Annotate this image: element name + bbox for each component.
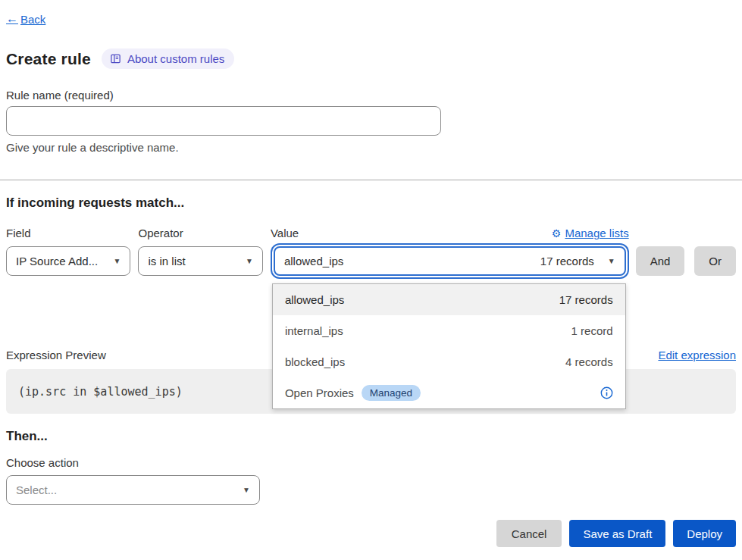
dropdown-item-blocked-ips[interactable]: blocked_ips 4 records — [273, 346, 625, 377]
match-section-heading: If incoming requests match... — [6, 196, 736, 211]
choose-action-label: Choose action — [6, 456, 736, 469]
book-icon — [110, 53, 121, 64]
dropdown-item-open-proxies[interactable]: Open Proxies Managed — [273, 377, 625, 408]
logic-buttons: And Or — [636, 246, 736, 276]
rule-name-label: Rule name (required) — [6, 89, 736, 102]
condition-row: Field IP Source Add... ▼ Operator is in … — [6, 225, 736, 276]
deploy-button[interactable]: Deploy — [673, 520, 736, 547]
value-label: Value — [271, 227, 299, 239]
action-select-placeholder: Select... — [16, 483, 57, 496]
list-name: Open Proxies — [285, 386, 354, 399]
list-record-count: 4 records — [565, 355, 613, 368]
rule-name-helper: Give your rule a descriptive name. — [6, 141, 736, 154]
field-column: Field IP Source Add... ▼ — [6, 225, 130, 276]
back-arrow-icon: ← — [6, 12, 18, 26]
field-label: Field — [6, 227, 31, 239]
about-custom-rules-link[interactable]: About custom rules — [102, 48, 234, 69]
about-badge-label: About custom rules — [127, 52, 224, 65]
value-select-records: 17 records — [540, 255, 594, 267]
chevron-down-icon: ▼ — [114, 257, 121, 265]
value-select-selected: allowed_ips — [284, 255, 343, 267]
rule-name-input[interactable] — [6, 106, 441, 136]
back-label: Back — [20, 13, 45, 26]
then-section-heading: Then... — [6, 429, 736, 444]
value-column: Value ⚙ Manage lists allowed_ips 17 reco… — [271, 225, 629, 276]
info-icon[interactable] — [600, 386, 613, 399]
manage-lists-label: Manage lists — [565, 227, 628, 239]
field-select[interactable]: IP Source Add... ▼ — [6, 246, 130, 276]
section-divider — [0, 180, 742, 180]
field-select-value: IP Source Add... — [16, 255, 98, 267]
list-record-count: 17 records — [559, 293, 613, 306]
create-rule-page: ← Back Create rule About custom rules Ru… — [0, 0, 742, 559]
list-name: internal_ips — [285, 324, 343, 337]
chevron-down-icon: ▼ — [608, 257, 615, 265]
or-button[interactable]: Or — [694, 246, 736, 276]
list-name: allowed_ips — [285, 293, 344, 306]
chevron-down-icon: ▼ — [246, 257, 253, 265]
operator-column: Operator is in list ▼ — [138, 225, 262, 276]
dropdown-item-internal-ips[interactable]: internal_ips 1 record — [273, 315, 625, 346]
cancel-button[interactable]: Cancel — [496, 520, 562, 547]
edit-expression-link[interactable]: Edit expression — [658, 349, 736, 361]
list-name: blocked_ips — [285, 355, 345, 368]
managed-badge: Managed — [362, 385, 421, 401]
dropdown-item-allowed-ips[interactable]: allowed_ips 17 records — [273, 284, 625, 315]
page-title: Create rule — [6, 50, 91, 68]
list-dropdown: allowed_ips 17 records internal_ips 1 re… — [272, 283, 626, 409]
manage-lists-link[interactable]: ⚙ Manage lists — [552, 227, 629, 239]
value-select[interactable]: allowed_ips 17 records ▼ — [274, 246, 626, 276]
expression-preview-label: Expression Preview — [6, 349, 106, 361]
and-button[interactable]: And — [636, 246, 685, 276]
expression-code: (ip.src in $allowed_ips) — [18, 385, 183, 399]
list-record-count: 1 record — [571, 324, 613, 337]
footer-actions: Cancel Save as Draft Deploy — [6, 520, 736, 559]
chevron-down-icon: ▼ — [243, 486, 250, 494]
gear-icon: ⚙ — [552, 228, 562, 239]
action-select[interactable]: Select... ▼ — [6, 475, 260, 505]
save-as-draft-button[interactable]: Save as Draft — [569, 520, 665, 547]
operator-label: Operator — [138, 227, 183, 239]
operator-select-value: is in list — [148, 255, 185, 267]
back-link[interactable]: ← Back — [6, 12, 45, 26]
operator-select[interactable]: is in list ▼ — [138, 246, 262, 276]
title-row: Create rule About custom rules — [6, 48, 736, 69]
